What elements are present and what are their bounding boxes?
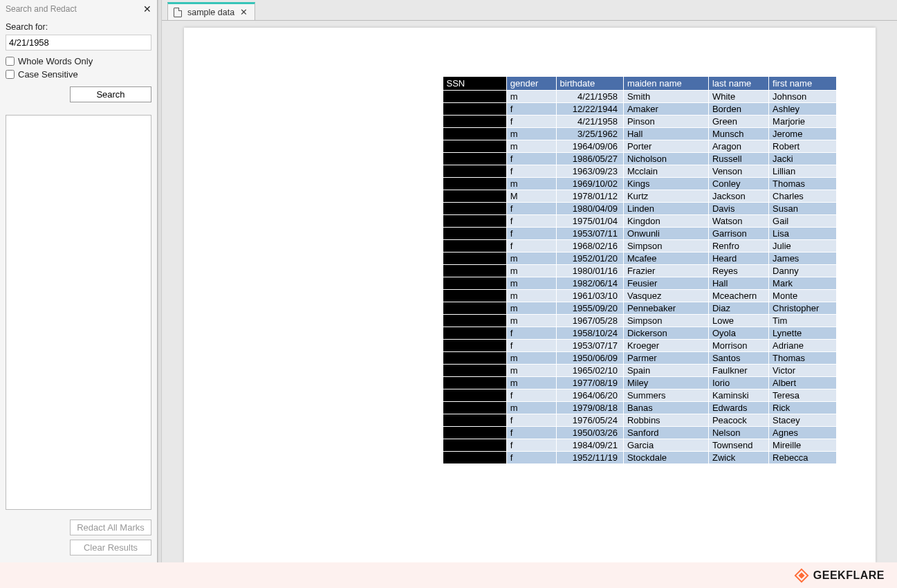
table-cell: Lillian	[769, 165, 836, 178]
document-area[interactable]: SSNgenderbirthdatemaiden namelast namefi…	[162, 21, 897, 562]
table-cell	[443, 302, 506, 315]
table-cell: Garrison	[708, 228, 768, 240]
clear-results-button[interactable]: Clear Results	[70, 540, 151, 555]
search-redact-panel: Search and Redact ✕ Search for: Whole Wo…	[0, 0, 158, 562]
table-cell: Agnes	[769, 427, 836, 439]
table-cell: Stacey	[769, 414, 836, 427]
table-cell: f	[506, 153, 556, 165]
table-cell: Mcafee	[623, 252, 708, 265]
search-input[interactable]	[6, 35, 151, 50]
tab-close-icon[interactable]: ✕	[240, 7, 248, 17]
table-cell: Danny	[769, 265, 836, 277]
table-cell: 1984/09/21	[556, 439, 623, 452]
table-cell: Garcia	[623, 439, 708, 452]
table-cell: f	[506, 414, 556, 427]
redact-all-button[interactable]: Redact All Marks	[70, 520, 151, 535]
table-cell: Robert	[769, 140, 836, 153]
results-list[interactable]	[6, 115, 151, 510]
table-cell: Charles	[769, 190, 836, 203]
whole-words-check-input[interactable]	[6, 57, 15, 66]
table-cell: 1953/07/17	[556, 340, 623, 352]
footer-watermark: GEEKFLARE	[0, 562, 897, 588]
table-cell	[443, 178, 506, 190]
column-header: last name	[708, 77, 768, 91]
table-row: m1950/06/09ParmerSantosThomas	[443, 352, 836, 365]
close-icon[interactable]: ✕	[143, 3, 151, 15]
case-sensitive-checkbox[interactable]: Case Sensitive	[6, 69, 151, 80]
table-cell: Russell	[708, 153, 768, 165]
table-cell: 1952/11/19	[556, 452, 623, 464]
geekflare-icon	[794, 568, 809, 583]
table-row: m1980/01/16FrazierReyesDanny	[443, 265, 836, 277]
table-cell: f	[506, 240, 556, 252]
table-cell: Nicholson	[623, 153, 708, 165]
table-row: m1967/05/28SimpsonLoweTim	[443, 315, 836, 327]
table-cell: Kings	[623, 178, 708, 190]
table-row: f1950/03/26SanfordNelsonAgnes	[443, 427, 836, 439]
table-cell: m	[506, 302, 556, 315]
table-cell: Ashley	[769, 103, 836, 116]
table-cell: Summers	[623, 389, 708, 402]
table-cell: Aragon	[708, 140, 768, 153]
table-cell: Oyola	[708, 327, 768, 340]
table-cell: Munsch	[708, 128, 768, 140]
table-cell: Susan	[769, 203, 836, 215]
table-cell: f	[506, 228, 556, 240]
table-cell: Diaz	[708, 302, 768, 315]
table-cell: Mark	[769, 277, 836, 290]
table-cell: Parmer	[623, 352, 708, 365]
search-button[interactable]: Search	[70, 86, 151, 102]
table-cell: Iorio	[708, 377, 768, 389]
table-cell: Lowe	[708, 315, 768, 327]
table-cell: Edwards	[708, 402, 768, 414]
table-cell: Dickerson	[623, 327, 708, 340]
table-cell	[443, 240, 506, 252]
table-cell	[443, 91, 506, 103]
table-cell: 3/25/1962	[556, 128, 623, 140]
table-cell: Lynette	[769, 327, 836, 340]
table-cell: 1964/09/06	[556, 140, 623, 153]
table-row: M1978/01/12KurtzJacksonCharles	[443, 190, 836, 203]
table-cell: Frazier	[623, 265, 708, 277]
table-row: f1953/07/11OnwunliGarrisonLisa	[443, 228, 836, 240]
table-row: m1964/09/06PorterAragonRobert	[443, 140, 836, 153]
table-cell: Simpson	[623, 240, 708, 252]
column-header: birthdate	[556, 77, 623, 91]
table-cell: Zwick	[708, 452, 768, 464]
table-cell: 1963/09/23	[556, 165, 623, 178]
table-cell: f	[506, 439, 556, 452]
table-cell: Jerome	[769, 128, 836, 140]
table-cell: Mceachern	[708, 290, 768, 302]
table-row: f1980/04/09LindenDavisSusan	[443, 203, 836, 215]
table-cell: Adriane	[769, 340, 836, 352]
table-cell: Kroeger	[623, 340, 708, 352]
table-cell	[443, 427, 506, 439]
table-cell	[443, 153, 506, 165]
table-cell: 1961/03/10	[556, 290, 623, 302]
tab-sample-data[interactable]: sample data ✕	[167, 2, 255, 20]
table-row: f1976/05/24RobbinsPeacockStacey	[443, 414, 836, 427]
table-cell: Morrison	[708, 340, 768, 352]
table-cell	[443, 116, 506, 128]
table-cell: Julie	[769, 240, 836, 252]
table-cell	[443, 190, 506, 203]
whole-words-checkbox[interactable]: Whole Words Only	[6, 56, 151, 66]
table-cell: Peacock	[708, 414, 768, 427]
table-cell: f	[506, 389, 556, 402]
table-cell: White	[708, 91, 768, 103]
table-row: f1984/09/21GarciaTownsendMireille	[443, 439, 836, 452]
table-cell: Albert	[769, 377, 836, 389]
table-cell: Robbins	[623, 414, 708, 427]
table-cell: Stockdale	[623, 452, 708, 464]
table-cell: m	[506, 377, 556, 389]
table-cell: Feusier	[623, 277, 708, 290]
column-header: SSN	[443, 77, 506, 91]
table-cell	[443, 365, 506, 377]
table-cell: 1950/03/26	[556, 427, 623, 439]
table-cell: Kaminski	[708, 389, 768, 402]
table-cell: 4/21/1958	[556, 91, 623, 103]
table-cell: Borden	[708, 103, 768, 116]
case-sensitive-check-input[interactable]	[6, 70, 15, 79]
table-cell: Green	[708, 116, 768, 128]
table-cell: m	[506, 277, 556, 290]
